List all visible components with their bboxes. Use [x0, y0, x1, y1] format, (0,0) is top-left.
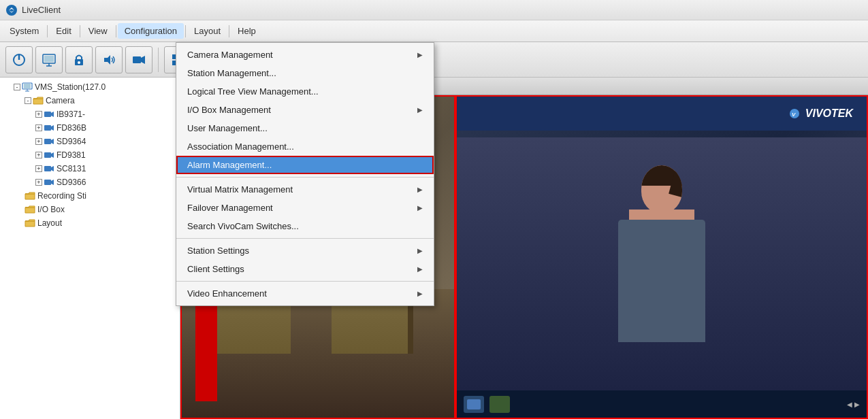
tree-cam-sd9364[interactable]: + SD9364	[3, 135, 177, 148]
tree-cam-sc8131[interactable]: + SC8131	[3, 162, 177, 175]
arrow-failover: ▶	[417, 204, 423, 212]
app-title: LiveClient	[22, 5, 61, 15]
tree-camera-folder[interactable]: - Camera	[3, 94, 177, 107]
menu-sep-3	[116, 25, 116, 37]
menu-camera-management[interactable]: Camera Management ▶	[176, 46, 434, 64]
svg-marker-9	[104, 55, 110, 65]
menu-virtual-matrix[interactable]: Virtual Matrix Management ▶	[176, 180, 434, 199]
svg-rect-10	[133, 56, 141, 63]
menu-sep-5	[229, 25, 229, 37]
menu-system[interactable]: System	[3, 23, 46, 39]
tree-cam-fd836b[interactable]: + FD836B	[3, 121, 177, 135]
cam-ib9371-label: IB9371-	[57, 110, 85, 119]
menu-user-management[interactable]: User Management...	[176, 119, 434, 137]
svg-text:V: V	[792, 112, 796, 118]
svg-rect-32	[44, 112, 51, 117]
menu-configuration[interactable]: Configuration	[118, 23, 184, 39]
menu-video-enhancement[interactable]: Video Enhancement ▶	[176, 284, 434, 303]
menu-sep-2	[176, 238, 434, 239]
tree-layout[interactable]: Layout	[3, 216, 177, 230]
expand-vms[interactable]: -	[14, 84, 20, 90]
vms-station-label: VMS_Station(127.0	[35, 82, 106, 92]
arrow-client-settings: ▶	[417, 265, 423, 273]
config-dropdown-menu: Camera Management ▶ Station Management..…	[176, 42, 434, 306]
vivotek-logo: V VIVOTEK	[789, 107, 853, 120]
monitor-icon	[22, 82, 33, 93]
tree-cam-sd9366[interactable]: + SD9366	[3, 175, 177, 189]
expand-sd9364[interactable]: +	[35, 138, 42, 145]
menu-search-vivocam[interactable]: Search VivoCam Switches...	[176, 217, 434, 235]
menu-failover-management[interactable]: Failover Management ▶	[176, 199, 434, 217]
menu-client-settings[interactable]: Client Settings ▶	[176, 260, 434, 278]
tree-cam-fd9381[interactable]: + FD9381	[3, 148, 177, 162]
tree-io-box[interactable]: I/O Box	[3, 203, 177, 216]
menu-station-settings[interactable]: Station Settings ▶	[176, 241, 434, 260]
expand-ib9371[interactable]: +	[35, 111, 42, 118]
menu-io-box-management[interactable]: I/O Box Management ▶	[176, 101, 434, 119]
svg-rect-36	[44, 139, 51, 144]
power-button[interactable]	[5, 46, 33, 73]
cam-sd9364-label: SD9364	[57, 137, 86, 146]
svg-marker-41	[51, 166, 54, 171]
io-box-label: I/O Box	[37, 205, 65, 214]
app-logo	[5, 4, 18, 16]
menu-view[interactable]: View	[82, 23, 114, 39]
expand-fd836b[interactable]: +	[35, 124, 42, 131]
record-button[interactable]	[125, 46, 152, 73]
sidebar-tree: - VMS_Station(127.0 - C	[0, 78, 180, 419]
svg-marker-43	[51, 180, 54, 185]
svg-rect-42	[44, 180, 51, 185]
feed-right: V VIVOTEK	[455, 95, 868, 419]
folder-icon-io	[25, 204, 35, 215]
arrow-station-settings: ▶	[417, 247, 423, 254]
camera-icon-sc8131	[44, 163, 54, 174]
menu-alarm-management[interactable]: Alarm Management...	[176, 156, 434, 174]
menu-sep-1	[176, 177, 434, 178]
tree-cam-ib9371[interactable]: + IB9371-	[3, 107, 177, 121]
expand-sc8131[interactable]: +	[35, 165, 42, 172]
tree-recording-sti[interactable]: Recording Sti	[3, 189, 177, 203]
lock-button[interactable]	[65, 46, 93, 73]
menu-logical-tree-view[interactable]: Logical Tree View Management...	[176, 82, 434, 101]
arrow-camera-management: ▶	[417, 51, 423, 58]
menu-edit[interactable]: Edit	[49, 23, 78, 39]
cam-fd836b-label: FD836B	[57, 123, 86, 133]
recording-sti-label: Recording Sti	[37, 191, 86, 201]
menu-sep-1	[47, 25, 48, 37]
svg-rect-34	[44, 125, 51, 131]
svg-marker-35	[51, 125, 54, 131]
camera-icon-sd9366	[44, 177, 54, 188]
expand-camera[interactable]: -	[25, 97, 31, 104]
svg-marker-39	[51, 152, 54, 158]
menu-station-management[interactable]: Station Management...	[176, 64, 434, 82]
camera-icon-fd836b	[44, 122, 54, 133]
expand-sd9366[interactable]: +	[35, 179, 42, 186]
menu-help[interactable]: Help	[231, 23, 263, 39]
toolbar-sep-1	[158, 48, 159, 72]
arrow-virtual-matrix: ▶	[417, 186, 423, 193]
svg-point-0	[6, 5, 17, 16]
cam-sc8131-label: SC8131	[57, 164, 86, 173]
audio-button[interactable]	[95, 46, 123, 73]
svg-rect-40	[44, 166, 51, 171]
cam-fd9381-label: FD9381	[57, 150, 86, 160]
svg-point-8	[78, 61, 80, 64]
arrow-video-enhancement: ▶	[417, 290, 423, 297]
menu-sep-2	[80, 25, 80, 37]
svg-rect-4	[44, 56, 54, 62]
camera-icon-ib9371	[44, 109, 54, 120]
menu-layout[interactable]: Layout	[187, 23, 227, 39]
camera-icon-sd9364	[44, 136, 54, 147]
menu-association-management[interactable]: Association Management...	[176, 137, 434, 156]
folder-icon-camera	[33, 95, 44, 106]
svg-marker-33	[51, 112, 54, 117]
expand-fd9381[interactable]: +	[35, 152, 42, 158]
menu-bar: System Edit View Configuration Layout He…	[0, 20, 868, 42]
arrow-io-box: ▶	[417, 106, 423, 114]
camera-folder-label: Camera	[46, 96, 75, 105]
layout-label: Layout	[37, 218, 62, 228]
display-button[interactable]	[35, 46, 63, 73]
folder-icon-layout	[25, 218, 35, 229]
menu-sep-3	[176, 281, 434, 282]
tree-vms-station[interactable]: - VMS_Station(127.0	[3, 80, 177, 94]
